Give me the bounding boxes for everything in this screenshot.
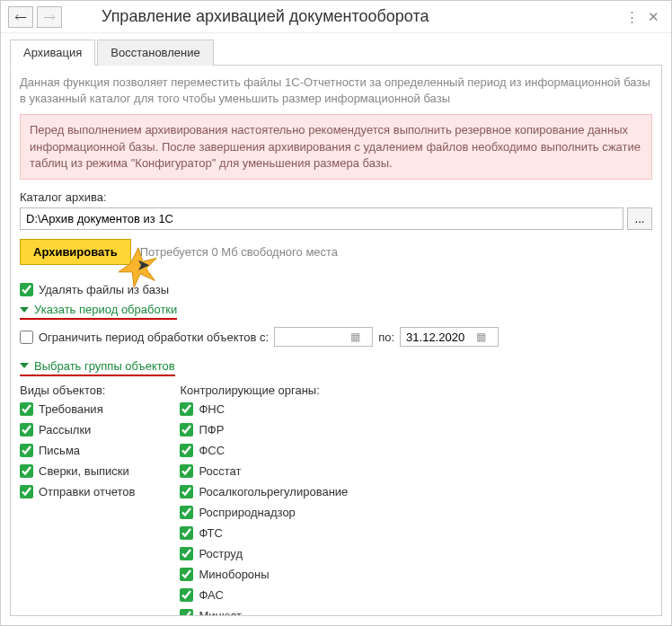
chevron-down-icon <box>20 307 29 313</box>
object-types-column: Виды объектов: Требования Рассылки Письм… <box>20 384 135 616</box>
groups-columns: Виды объектов: Требования Рассылки Письм… <box>20 384 652 616</box>
path-label: Каталог архива: <box>20 190 652 204</box>
agency-label: Росалкогольрегулирование <box>199 485 348 498</box>
list-item: Сверки, выписки <box>20 464 135 478</box>
agency-label: ФТС <box>199 526 222 540</box>
date-to-label: по: <box>378 331 394 344</box>
forward-button[interactable]: 🡒 <box>37 6 62 28</box>
list-item: Письма <box>20 444 135 457</box>
calendar-icon[interactable]: ▦ <box>350 331 360 343</box>
object-type-checkbox[interactable] <box>20 444 33 457</box>
action-row: Архивировать Потребуется 0 Мб свободного… <box>20 239 652 265</box>
agency-checkbox[interactable] <box>180 526 193 540</box>
object-type-checkbox[interactable] <box>20 423 33 436</box>
object-type-checkbox[interactable] <box>20 485 33 498</box>
delete-files-row: Удалять файлы из базы <box>20 283 652 296</box>
function-description: Данная функция позволяет переместить фай… <box>20 75 652 107</box>
list-item: Рассылки <box>20 423 135 436</box>
period-section-toggle[interactable]: Указать период обработки <box>20 303 177 320</box>
agency-checkbox[interactable] <box>180 506 193 519</box>
date-to-input[interactable] <box>404 330 476 345</box>
limit-period-checkbox[interactable] <box>20 331 33 344</box>
object-types-title: Виды объектов: <box>20 384 135 397</box>
agency-checkbox[interactable] <box>180 568 193 581</box>
list-item: Росприроднадзор <box>180 506 348 519</box>
agency-label: ФНС <box>199 402 225 416</box>
groups-section-toggle[interactable]: Выбрать группы объектов <box>20 359 175 376</box>
period-row: Ограничить период обработки объектов с: … <box>20 327 652 347</box>
agency-label: Минюст <box>199 609 241 616</box>
agency-checkbox[interactable] <box>180 423 193 436</box>
agency-checkbox[interactable] <box>180 402 193 416</box>
object-type-label: Отправки отчетов <box>39 485 135 498</box>
object-type-checkbox[interactable] <box>20 402 33 416</box>
list-item: Отправки отчетов <box>20 485 135 498</box>
list-item: ФТС <box>180 526 348 540</box>
date-to-field[interactable]: ▦ <box>400 327 499 347</box>
agency-checkbox[interactable] <box>180 547 193 560</box>
browse-button[interactable]: ... <box>627 207 652 230</box>
window: 🡐 🡒 Управление архивацией документооборо… <box>0 0 672 626</box>
groups-section-label: Выбрать группы объектов <box>34 359 175 373</box>
object-type-checkbox[interactable] <box>20 464 33 478</box>
tab-content: Данная функция позволяет переместить фай… <box>10 66 662 616</box>
agency-label: Росприроднадзор <box>199 506 295 519</box>
list-item: ФНС <box>180 402 348 416</box>
back-button[interactable]: 🡐 <box>8 6 33 28</box>
date-from-input[interactable] <box>279 330 350 345</box>
kebab-menu-icon[interactable]: ⋮ <box>621 6 642 28</box>
agencies-column: Контролирующие органы: ФНС ПФР ФСС Росст… <box>180 384 348 616</box>
agencies-title: Контролирующие органы: <box>180 384 348 397</box>
space-required-label: Потребуется 0 Мб свободного места <box>140 245 338 259</box>
agency-label: ПФР <box>199 423 224 436</box>
object-type-label: Сверки, выписки <box>39 464 129 478</box>
agency-checkbox[interactable] <box>180 609 193 616</box>
agency-checkbox[interactable] <box>180 485 193 498</box>
chevron-down-icon <box>20 363 29 368</box>
agency-checkbox[interactable] <box>180 464 193 478</box>
path-row: ... <box>20 207 652 230</box>
list-item: Минюст <box>180 609 348 616</box>
delete-files-label: Удалять файлы из базы <box>39 283 169 296</box>
date-from-field[interactable]: ▦ <box>274 327 373 347</box>
warning-box: Перед выполнением архивирования настояте… <box>20 114 652 180</box>
agency-label: ФАС <box>199 588 223 602</box>
tab-restore[interactable]: Восстановление <box>97 40 213 66</box>
object-type-label: Рассылки <box>39 423 91 436</box>
delete-files-checkbox[interactable] <box>20 283 33 296</box>
agency-label: ФСС <box>199 444 225 457</box>
titlebar: 🡐 🡒 Управление архивацией документооборо… <box>1 1 671 33</box>
list-item: Минобороны <box>180 568 348 581</box>
object-type-label: Требования <box>39 402 103 416</box>
agency-checkbox[interactable] <box>180 444 193 457</box>
limit-period-label: Ограничить период обработки объектов с: <box>39 331 269 344</box>
list-item: Роструд <box>180 547 348 560</box>
agency-label: Росстат <box>199 464 241 478</box>
list-item: Требования <box>20 402 135 416</box>
list-item: Росалкогольрегулирование <box>180 485 348 498</box>
list-item: ПФР <box>180 423 348 436</box>
list-item: Росстат <box>180 464 348 478</box>
period-section-label: Указать период обработки <box>34 303 177 316</box>
calendar-icon[interactable]: ▦ <box>476 331 486 343</box>
tab-archive[interactable]: Архивация <box>10 40 95 66</box>
list-item: ФСС <box>180 444 348 457</box>
agency-label: Роструд <box>199 547 243 560</box>
archive-path-input[interactable] <box>20 207 623 230</box>
tab-bar: Архивация Восстановление <box>10 39 662 66</box>
object-type-label: Письма <box>39 444 80 457</box>
agency-checkbox[interactable] <box>180 588 193 602</box>
agency-label: Минобороны <box>199 568 269 581</box>
list-item: ФАС <box>180 588 348 602</box>
archive-button[interactable]: Архивировать <box>20 239 131 265</box>
close-icon[interactable]: ✕ <box>642 6 664 28</box>
window-title: Управление архивацией документооборота <box>66 7 621 26</box>
